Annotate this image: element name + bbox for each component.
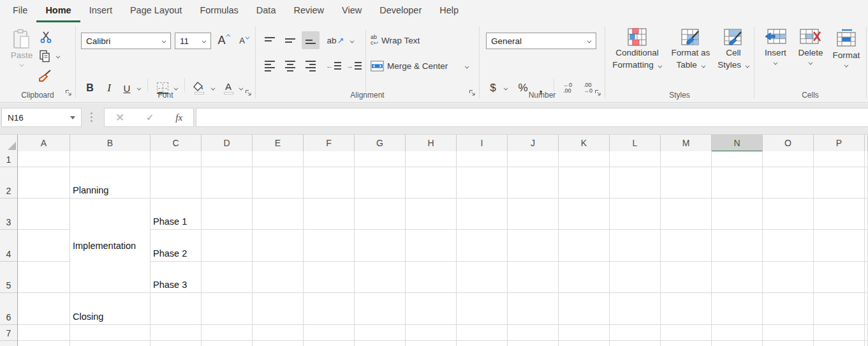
cell-F4[interactable] xyxy=(304,230,355,262)
copy-dropdown-chevron[interactable] xyxy=(56,54,61,59)
cell-P7[interactable] xyxy=(814,325,865,341)
tab-home[interactable]: Home xyxy=(36,0,80,22)
cell-D6[interactable] xyxy=(202,293,253,325)
column-header-E[interactable]: E xyxy=(253,135,304,152)
cell-D5[interactable] xyxy=(202,262,253,293)
cell-N3[interactable] xyxy=(712,199,763,230)
cell-K1[interactable] xyxy=(559,151,610,167)
insert-function-button[interactable]: fx xyxy=(175,112,182,123)
cell-I2[interactable] xyxy=(457,167,508,199)
font-dialog-launcher[interactable] xyxy=(245,87,252,99)
cell-H4[interactable] xyxy=(406,230,457,262)
cell-C6[interactable] xyxy=(151,293,202,325)
tab-insert[interactable]: Insert xyxy=(80,0,121,22)
column-header-spacer[interactable] xyxy=(865,135,868,152)
cell-H1[interactable] xyxy=(406,151,457,167)
cell-C4-content[interactable]: Phase 2 xyxy=(151,230,202,262)
cell-styles-button[interactable]: Cell Styles xyxy=(715,27,752,89)
cell-P5[interactable] xyxy=(814,262,865,293)
cell-K6[interactable] xyxy=(559,293,610,325)
column-header-K[interactable]: K xyxy=(559,135,610,152)
cell-L6[interactable] xyxy=(610,293,661,325)
conditional-formatting-button[interactable]: Conditional Formatting xyxy=(608,27,666,89)
cell-L8[interactable] xyxy=(610,341,661,346)
cell-I5[interactable] xyxy=(457,262,508,293)
cell-E6[interactable] xyxy=(253,293,304,325)
enter-button[interactable]: ✓ xyxy=(146,112,154,123)
cell-C7[interactable] xyxy=(151,325,202,341)
insert-dropdown-chevron[interactable] xyxy=(774,61,778,65)
cell-L2[interactable] xyxy=(610,167,661,199)
cell-M3[interactable] xyxy=(661,199,712,230)
tab-developer[interactable]: Developer xyxy=(371,0,430,22)
tab-data[interactable]: Data xyxy=(247,0,285,22)
cell-P1[interactable] xyxy=(814,151,865,167)
cell-O5[interactable] xyxy=(763,262,814,293)
cell-D8[interactable] xyxy=(202,341,253,346)
cell-I7[interactable] xyxy=(457,325,508,341)
cell-P4[interactable] xyxy=(814,230,865,262)
merge-center-dropdown-chevron[interactable] xyxy=(465,64,469,69)
cell-K7[interactable] xyxy=(559,325,610,341)
cell-F3[interactable] xyxy=(304,199,355,230)
cell-x7[interactable] xyxy=(865,325,868,341)
cell-E3[interactable] xyxy=(253,199,304,230)
column-header-A[interactable]: A xyxy=(18,135,70,152)
cell-H5[interactable] xyxy=(406,262,457,293)
format-dropdown-chevron[interactable] xyxy=(844,63,849,68)
cell-M4[interactable] xyxy=(661,230,712,262)
cell-B3-content[interactable]: Implementation xyxy=(70,199,151,293)
increase-indent-button[interactable]: → xyxy=(345,57,363,75)
cell-M1[interactable] xyxy=(661,151,712,167)
wrap-text-button[interactable]: ab c↩ Wrap Text xyxy=(371,31,420,49)
grid[interactable]: 12345678PlanningImplementationPhase 1Pha… xyxy=(0,151,868,346)
cell-B7[interactable] xyxy=(70,325,151,341)
cut-button[interactable] xyxy=(38,30,54,44)
tab-help[interactable]: Help xyxy=(430,0,467,22)
cell-J1[interactable] xyxy=(508,151,559,167)
cell-M2[interactable] xyxy=(661,167,712,199)
cell-A2[interactable] xyxy=(18,167,70,199)
cell-K8[interactable] xyxy=(559,341,610,346)
cell-N4[interactable] xyxy=(712,230,763,262)
cell-N7[interactable] xyxy=(712,325,763,341)
cell-F2[interactable] xyxy=(304,167,355,199)
cell-L4[interactable] xyxy=(610,230,661,262)
cell-B6-content[interactable]: Closing xyxy=(70,293,151,325)
align-center-button[interactable] xyxy=(281,57,299,75)
cell-C8[interactable] xyxy=(151,341,202,346)
cell-H6[interactable] xyxy=(406,293,457,325)
tab-file[interactable]: File xyxy=(4,0,36,22)
shrink-font-button[interactable]: A xyxy=(235,31,253,49)
cell-O3[interactable] xyxy=(763,199,814,230)
cell-B1[interactable] xyxy=(70,151,151,167)
name-box-dropdown-icon[interactable] xyxy=(70,116,75,119)
row-header-8[interactable]: 8 xyxy=(0,341,18,346)
cell-N1[interactable] xyxy=(712,151,763,167)
cell-x1[interactable] xyxy=(865,151,868,167)
row-header-5[interactable]: 5 xyxy=(0,262,18,293)
cell-C5-content[interactable]: Phase 3 xyxy=(151,262,202,293)
underline-dropdown-chevron[interactable] xyxy=(137,86,142,91)
merge-center-button[interactable]: Merge & Center xyxy=(371,57,448,75)
orientation-button[interactable]: ab ↗ xyxy=(325,31,346,49)
select-all-button[interactable] xyxy=(0,135,18,152)
cell-P6[interactable] xyxy=(814,293,865,325)
cell-A6[interactable] xyxy=(18,293,70,325)
cell-M8[interactable] xyxy=(661,341,712,346)
column-header-O[interactable]: O xyxy=(763,135,814,152)
row-header-4[interactable]: 4 xyxy=(0,230,18,262)
cell-H2[interactable] xyxy=(406,167,457,199)
delete-dropdown-chevron[interactable] xyxy=(809,61,813,65)
cell-P3[interactable] xyxy=(814,199,865,230)
row-header-3[interactable]: 3 xyxy=(0,199,18,230)
formula-bar-resize-handle[interactable] xyxy=(91,112,92,122)
cell-G7[interactable] xyxy=(355,325,406,341)
copy-button[interactable] xyxy=(37,49,52,63)
cell-x2[interactable] xyxy=(865,167,868,199)
delete-cells-button[interactable]: Delete xyxy=(794,29,827,64)
cell-J8[interactable] xyxy=(508,341,559,346)
column-header-J[interactable]: J xyxy=(508,135,559,152)
name-box[interactable]: N16 xyxy=(1,108,82,127)
format-as-table-button[interactable]: Format as Table xyxy=(668,27,714,89)
